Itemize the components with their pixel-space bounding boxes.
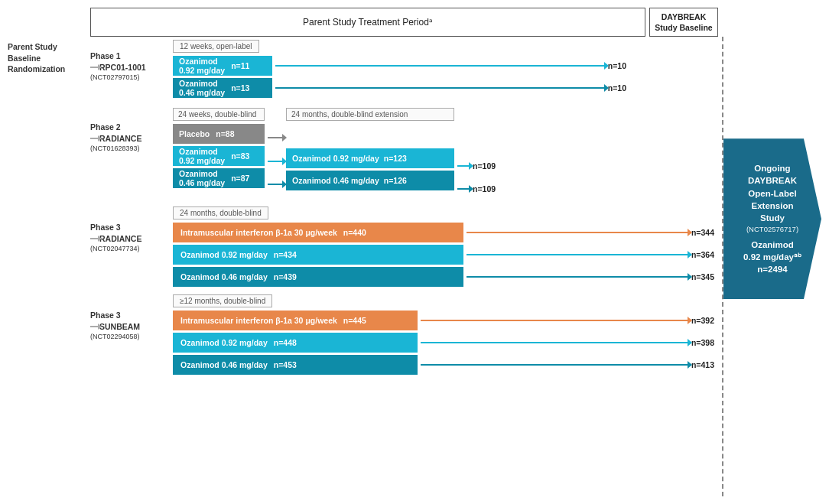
phase3b-arrow-2	[421, 342, 688, 343]
phase2-ext-bar-1: Ozanimod 0.92 mg/day n=123	[286, 148, 454, 168]
phase3a-content: 24 months, double-blind Intramuscular in…	[173, 206, 714, 287]
phase2-ext-title: 24 months, double-blind extension	[286, 108, 454, 121]
phase1-title: 12 weeks, open-label	[173, 40, 259, 53]
daybreak-header-label: DAYBREAK Study Baseline	[655, 11, 712, 33]
phase1-bar-row-2: Ozanimod 0.46 mg/day n=13 n=10	[173, 78, 626, 98]
phase3a-n-out-2: n=364	[691, 250, 714, 259]
phase3b-bar-orange: Intramuscular interferon β-1a 30 μg/week…	[173, 311, 418, 330]
phase3a-section: Phase 3 RADIANCE (NCT02047734) 24 months…	[90, 206, 722, 287]
phase3b-arrow-3	[421, 364, 688, 366]
phase3a-arrow-2	[467, 254, 688, 255]
phase3a-n-out-1: n=344	[691, 228, 714, 237]
phase3a-bar-orange: Intramuscular interferon β-1a 30 μg/week…	[173, 223, 463, 242]
daybreak-baseline-line	[722, 37, 723, 496]
parent-study-header: Parent Study Treatment Periodᵃ	[90, 8, 645, 37]
phase3b-section: Phase 3 SUNBEAM (NCT02294058) ≥12 months…	[90, 294, 722, 375]
phase3b-label: Phase 3 SUNBEAM (NCT02294058)	[90, 294, 173, 340]
diagram-container: Parent Study Treatment Periodᵃ DAYBREAK …	[0, 0, 829, 504]
phase1-section: Phase 1 RPC01-1001 (NCT02797015) 12 week…	[90, 40, 722, 100]
phase3b-n-out-1: n=392	[691, 316, 714, 325]
phase3b-bar-teal1: Ozanimod 0.92 mg/day n=448	[173, 333, 418, 353]
phase3a-title: 24 months, double-blind	[173, 206, 268, 219]
pentagon-container: Ongoing DAYBREAK Open-Label Extension St…	[722, 138, 821, 299]
baseline-label: Parent Study Baseline Randomization	[8, 41, 90, 74]
phase3b-content: ≥12 months, double-blind Intramuscular i…	[173, 294, 714, 375]
phase3b-bar-row-2: Ozanimod 0.92 mg/day n=448 n=398	[173, 333, 714, 353]
phase2-n-out-2: n=109	[473, 179, 496, 199]
phase2-label: Phase 2 RADIANCE (NCT01628393)	[90, 108, 173, 152]
phase1-bar-1: Ozanimod 0.92 mg/day n=11	[173, 56, 272, 76]
phase1-n-out-1: n=10	[608, 61, 626, 70]
phase3a-bar-teal2: Ozanimod 0.46 mg/day n=439	[173, 267, 463, 287]
phase3b-n-out-3: n=413	[691, 360, 714, 369]
phase1-content: 12 weeks, open-label Ozanimod 0.92 mg/da…	[173, 40, 626, 100]
phase3a-bar-row-3: Ozanimod 0.46 mg/day n=439 n=345	[173, 267, 714, 287]
phase1-arrow-2	[275, 87, 605, 89]
phase2-bar-teal1: Ozanimod 0.92 mg/day n=83	[173, 146, 265, 166]
phase3b-bar-row-3: Ozanimod 0.46 mg/day n=453 n=413	[173, 355, 714, 375]
phase1-bar-row-1: Ozanimod 0.92 mg/day n=11 n=10	[173, 56, 626, 76]
phase1-label: Phase 1 RPC01-1001 (NCT02797015)	[90, 40, 173, 81]
phase1-n-out-2: n=10	[608, 83, 626, 93]
phase1-arrow-1	[275, 65, 605, 67]
phase3a-bar-row-1: Intramuscular interferon β-1a 30 μg/week…	[173, 223, 714, 242]
phase3a-bar-row-2: Ozanimod 0.92 mg/day n=434 n=364	[173, 245, 714, 265]
daybreak-header: DAYBREAK Study Baseline	[649, 8, 718, 37]
phase2-section: Phase 2 RADIANCE (NCT01628393)	[90, 108, 722, 199]
phase3b-title: ≥12 months, double-blind	[173, 294, 272, 307]
phase2-title: 24 weeks, double-blind	[173, 108, 265, 121]
phase3a-arrow-3	[467, 276, 688, 278]
phase3a-n-out-3: n=345	[691, 272, 714, 281]
phase2-bar-teal2: Ozanimod 0.46 mg/day n=87	[173, 168, 265, 188]
phase2-ext-bar-2: Ozanimod 0.46 mg/day n=126	[286, 171, 454, 190]
phase3b-bar-teal2: Ozanimod 0.46 mg/day n=453	[173, 355, 418, 375]
phase3a-arrow-1	[467, 232, 688, 233]
pentagon-shape: Ongoing DAYBREAK Open-Label Extension St…	[723, 138, 821, 299]
phase3a-label: Phase 3 RADIANCE (NCT02047734)	[90, 206, 173, 252]
phase2-bar-placebo: Placebo n=88	[173, 124, 265, 144]
phase1-bar-2: Ozanimod 0.46 mg/day n=13	[173, 78, 272, 98]
phase3a-bar-teal1: Ozanimod 0.92 mg/day n=434	[173, 245, 463, 265]
phase2-content: 24 weeks, double-blind Placebo n=88 Ozan…	[173, 108, 714, 199]
phase3b-bar-row-1: Intramuscular interferon β-1a 30 μg/week…	[173, 311, 714, 330]
parent-study-label: Parent Study Treatment Periodᵃ	[303, 17, 433, 28]
phase3b-n-out-2: n=398	[691, 338, 714, 347]
phase3b-arrow-1	[421, 320, 688, 321]
phase2-n-out-1: n=109	[473, 154, 496, 177]
